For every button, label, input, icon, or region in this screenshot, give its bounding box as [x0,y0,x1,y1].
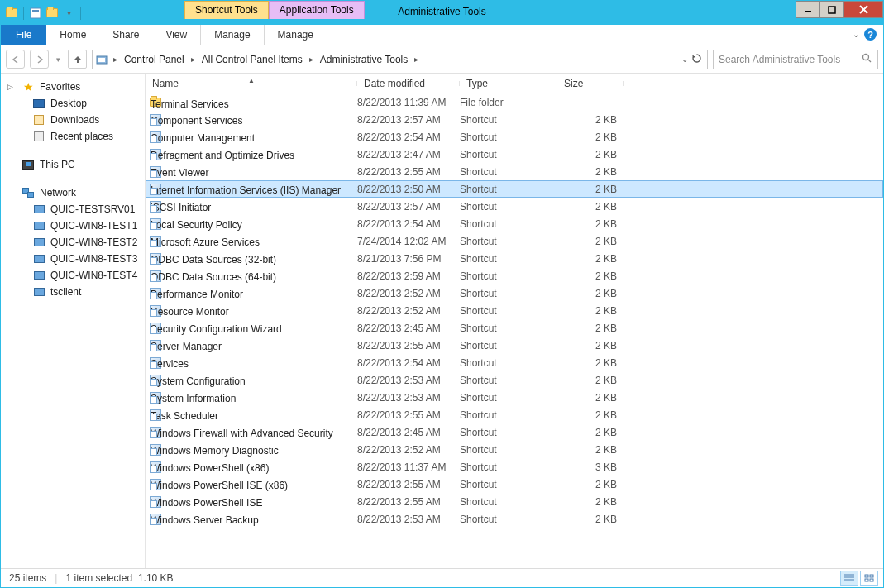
file-type: Shortcut [460,340,557,351]
file-date: 7/24/2014 12:02 AM [357,236,460,247]
search-input[interactable] [719,54,858,65]
shortcut-icon: ODBC Data Sources (32-bit) [149,252,162,265]
file-date: 8/22/2013 2:47 AM [357,149,460,160]
file-row[interactable]: Windows Server Backup8/22/2013 2:53 AMSh… [146,510,883,528]
maximize-button[interactable] [819,1,844,18]
nav-forward-button[interactable] [30,50,49,69]
sidebar-item-network-computer[interactable]: QUIC-WIN8-TEST2 [1,234,145,251]
file-row[interactable]: Internet Information Services (IIS) Mana… [146,180,883,198]
sidebar-favorites[interactable]: ▷ ★ Favorites [1,79,145,95]
expand-icon[interactable]: ▷ [7,83,17,91]
file-type: Shortcut [460,427,557,438]
shortcut-icon: Task Scheduler [149,409,162,422]
file-date: 8/22/2013 2:55 AM [357,166,460,178]
shortcut-icon: System Configuration [149,374,162,387]
ctx-tab-application-tools[interactable]: Application Tools [269,1,365,19]
computer-icon [32,269,45,282]
sidebar-this-pc[interactable]: ▷ This PC [1,156,145,173]
view-large-icons-button[interactable] [860,571,878,586]
ribbon-tab-manage-shortcut[interactable]: Manage [200,25,263,45]
file-row[interactable]: Windows Memory Diagnostic8/22/2013 2:52 … [146,441,883,458]
nav-recent-dropdown[interactable]: ▾ [54,55,63,64]
column-size[interactable]: Size [557,78,624,89]
ribbon-tab-home[interactable]: Home [46,25,99,45]
file-size: 2 KB [557,305,620,317]
shortcut-icon: System Information [149,391,162,404]
file-row[interactable]: Windows Firewall with Advanced Security8… [146,423,883,441]
file-row[interactable]: Component Services8/22/2013 2:57 AMShort… [146,111,883,128]
breadcrumb-control-panel[interactable]: Control Panel▸ [120,52,198,67]
file-row[interactable]: Local Security Policy8/22/2013 2:54 AMSh… [146,215,883,232]
file-row[interactable]: System Information8/22/2013 2:53 AMShort… [146,389,883,406]
quick-access-toolbar: ▾ [1,1,87,25]
file-date: 8/21/2013 7:56 PM [357,253,460,265]
file-row[interactable]: ODBC Data Sources (32-bit)8/21/2013 7:56… [146,250,883,267]
shortcut-icon: ODBC Data Sources (64-bit) [149,270,162,283]
address-history-dropdown[interactable]: ⌄ [681,55,688,64]
sidebar-item-downloads[interactable]: Downloads [1,112,145,128]
shortcut-icon: Defragment and Optimize Drives [149,148,162,161]
sidebar-item-network-computer[interactable]: QUIC-WIN8-TEST3 [1,251,145,267]
sidebar-item-recent-places[interactable]: Recent places [1,128,145,145]
file-row[interactable]: Task Scheduler8/22/2013 2:55 AMShortcut2… [146,406,883,423]
file-row[interactable]: Terminal Services8/22/2013 11:39 AMFile … [146,93,883,111]
file-date: 8/22/2013 2:54 AM [357,131,460,143]
app-icon[interactable] [4,6,19,21]
view-details-button[interactable] [840,571,858,586]
file-row[interactable]: Services8/22/2013 2:54 AMShortcut2 KB [146,354,883,371]
ribbon-tab-view[interactable]: View [152,25,200,45]
search-box[interactable] [713,50,878,69]
sidebar-item-network-computer[interactable]: QUIC-TESTSRV01 [1,201,145,218]
file-row[interactable]: Windows PowerShell (x86)8/22/2013 11:37 … [146,458,883,476]
file-row[interactable]: ODBC Data Sources (64-bit)8/22/2013 2:59… [146,267,883,284]
file-row[interactable]: Microsoft Azure Services7/24/2014 12:02 … [146,232,883,250]
file-row[interactable]: iSCSI Initiator8/22/2013 2:57 AMShortcut… [146,198,883,215]
column-name[interactable]: Name▲ [146,78,357,89]
breadcrumb-root-arrow[interactable]: ▸ [111,55,120,64]
file-date: 8/22/2013 2:54 AM [357,357,460,369]
file-date: 8/22/2013 2:55 AM [357,340,460,351]
file-row[interactable]: Defragment and Optimize Drives8/22/2013 … [146,146,883,163]
nav-up-button[interactable] [68,50,87,69]
column-type[interactable]: Type [460,78,557,89]
column-date[interactable]: Date modified [357,78,460,89]
file-row[interactable]: Performance Monitor8/22/2013 2:52 AMShor… [146,284,883,302]
breadcrumb-all-items[interactable]: All Control Panel Items▸ [198,52,316,67]
address-bar[interactable]: ▸ Control Panel▸ All Control Panel Items… [92,50,708,69]
address-icon [94,52,109,67]
file-size: 2 KB [557,114,620,126]
file-row[interactable]: Security Configuration Wizard8/22/2013 2… [146,319,883,337]
file-row[interactable]: System Configuration8/22/2013 2:53 AMSho… [146,371,883,389]
properties-icon[interactable] [28,6,43,21]
qat-customize-icon[interactable]: ▾ [61,6,76,21]
ribbon-tab-manage-application[interactable]: Manage [264,25,327,45]
file-row[interactable]: Event Viewer8/22/2013 2:55 AMShortcut2 K… [146,163,883,180]
sidebar-network[interactable]: ▷ Network [1,184,145,201]
ribbon-expand-icon[interactable]: ⌄ [853,30,859,39]
file-row[interactable]: Server Manager8/22/2013 2:55 AMShortcut2… [146,337,883,354]
file-row[interactable]: Windows PowerShell ISE (x86)8/22/2013 2:… [146,476,883,493]
nav-back-button[interactable] [6,50,25,69]
breadcrumb-admin-tools[interactable]: Administrative Tools▸ [316,52,422,67]
sidebar-item-network-computer[interactable]: QUIC-WIN8-TEST1 [1,218,145,234]
file-list[interactable]: Terminal Services8/22/2013 11:39 AMFile … [146,93,883,528]
file-date: 8/22/2013 2:52 AM [357,444,460,456]
sidebar-item-network-computer[interactable]: tsclient [1,284,145,300]
sidebar-item-network-computer[interactable]: QUIC-WIN8-TEST4 [1,267,145,284]
new-folder-icon[interactable] [45,6,60,21]
ribbon-tab-share[interactable]: Share [99,25,152,45]
ctx-tab-shortcut-tools[interactable]: Shortcut Tools [184,1,269,19]
ribbon-tab-file[interactable]: File [1,25,46,45]
search-icon[interactable] [862,53,872,66]
file-row[interactable]: Computer Management8/22/2013 2:54 AMShor… [146,128,883,146]
close-button[interactable] [843,1,883,18]
star-icon: ★ [22,80,35,93]
refresh-button[interactable] [691,53,702,66]
sidebar-item-desktop[interactable]: Desktop [1,95,145,112]
help-icon[interactable]: ? [864,28,877,41]
file-row[interactable]: Windows PowerShell ISE8/22/2013 2:55 AMS… [146,493,883,510]
svg-line-9 [868,60,871,62]
file-row[interactable]: Resource Monitor8/22/2013 2:52 AMShortcu… [146,302,883,319]
minimize-button[interactable] [796,1,820,18]
computer-icon [32,285,45,299]
